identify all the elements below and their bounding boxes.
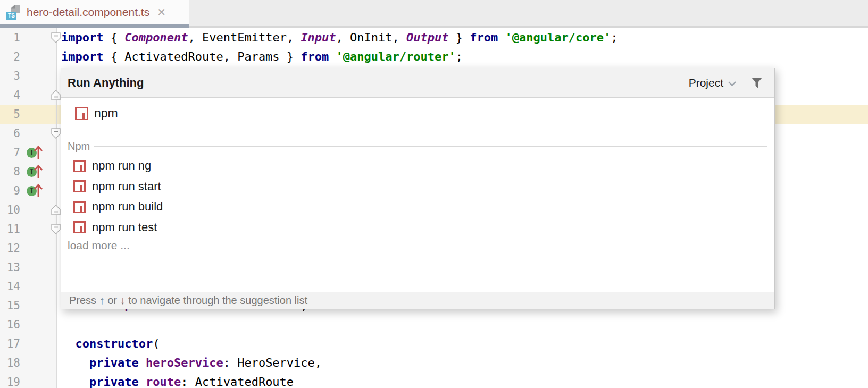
load-more-item[interactable]: load more ... [61, 238, 774, 254]
editor-tab-bar: TS hero-detail.component.ts ✕ [0, 0, 868, 28]
line-number: 7 [0, 143, 20, 162]
line-number: 18 [0, 353, 20, 373]
code-text: import { Component, EventEmitter, Input,… [61, 28, 617, 47]
run-anything-header: Run Anything Project [61, 68, 774, 98]
line-number: 2 [0, 47, 20, 66]
suggestion-item[interactable]: npm run ng [61, 156, 774, 176]
active-tab-underline [0, 24, 189, 28]
line-number: 14 [0, 277, 20, 296]
fold-marker-icon[interactable] [51, 205, 61, 215]
suggestion-item[interactable]: npm run test [61, 217, 774, 238]
run-anything-popup: Run Anything Project npm Npm npm run ngn… [61, 68, 775, 309]
npm-icon [73, 160, 86, 172]
code-text: private route: ActivatedRoute [61, 373, 294, 388]
line-number: 3 [0, 66, 20, 86]
line-number: 13 [0, 258, 20, 277]
code-line[interactable]: 19 private route: ActivatedRoute [0, 373, 868, 388]
angular-input-marker-icon[interactable]: I [27, 164, 46, 180]
line-number: 10 [0, 200, 20, 220]
code-line[interactable]: 18 private heroService: HeroService, [0, 353, 868, 373]
line-number: 11 [0, 220, 20, 239]
code-text: private heroService: HeroService, [61, 353, 322, 373]
fold-marker-icon[interactable] [51, 90, 61, 100]
suggestion-item-label: npm run start [92, 180, 161, 193]
up-arrow-icon [34, 164, 43, 180]
angular-input-marker-icon[interactable]: I [27, 183, 46, 199]
section-header-npm: Npm [61, 129, 774, 156]
up-arrow-icon [34, 183, 43, 199]
code-line[interactable]: 17 constructor( [0, 334, 868, 353]
line-number: 5 [0, 105, 20, 124]
suggestion-item[interactable]: npm run build [61, 197, 774, 217]
line-number: 6 [0, 124, 20, 143]
chevron-down-icon[interactable] [728, 81, 737, 87]
line-number: 8 [0, 162, 20, 181]
npm-icon [73, 221, 86, 233]
line-number: 15 [0, 296, 20, 315]
fold-marker-icon[interactable] [51, 32, 61, 43]
tab-title: hero-detail.component.ts [27, 6, 149, 19]
popup-footer-hint: Press ↑ or ↓ to navigate through the sug… [61, 292, 774, 309]
popup-title: Run Anything [68, 76, 144, 90]
search-query-text: npm [94, 106, 118, 121]
line-number: 16 [0, 315, 20, 334]
section-rule [94, 146, 767, 147]
up-arrow-icon [34, 145, 43, 161]
line-number: 1 [0, 28, 20, 47]
code-text: import { ActivatedRoute, Params } from '… [61, 47, 463, 66]
line-number: 17 [0, 334, 20, 353]
fold-marker-icon[interactable] [51, 128, 61, 139]
line-number: 12 [0, 239, 20, 258]
line-number: 4 [0, 86, 20, 105]
fold-marker-icon[interactable] [51, 224, 61, 234]
code-line[interactable]: 1import { Component, EventEmitter, Input… [0, 28, 868, 47]
suggestion-list: Npm npm run ngnpm run startnpm run build… [61, 129, 774, 292]
suggestion-item-label: npm run ng [92, 159, 151, 173]
suggestion-item[interactable]: npm run start [61, 176, 774, 197]
line-number: 9 [0, 181, 20, 200]
code-line[interactable]: 16 [0, 315, 868, 334]
filter-icon[interactable] [750, 77, 763, 89]
angular-input-marker-icon[interactable]: I [27, 145, 46, 161]
npm-icon [73, 201, 86, 213]
code-text: constructor( [61, 334, 160, 353]
npm-icon [75, 107, 88, 120]
suggestion-item-label: npm run build [92, 200, 163, 214]
scope-selector[interactable]: Project [689, 77, 723, 89]
typescript-file-icon: TS [6, 4, 21, 20]
code-line[interactable]: 2import { ActivatedRoute, Params } from … [0, 47, 868, 66]
npm-icon [73, 180, 86, 192]
line-number: 19 [0, 373, 20, 388]
run-anything-input[interactable]: npm [61, 98, 774, 129]
suggestion-item-label: npm run test [92, 221, 157, 234]
tab-close-icon[interactable]: ✕ [157, 7, 166, 18]
